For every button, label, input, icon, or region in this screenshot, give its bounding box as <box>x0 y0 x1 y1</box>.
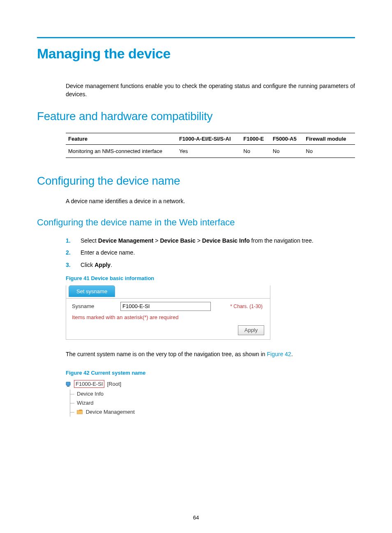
heading-web: Configuring the device name in the Web i… <box>37 217 355 228</box>
config-intro: A device name identifies a device in a n… <box>66 197 355 206</box>
cell-f1000a: Yes <box>177 145 241 158</box>
device-icon <box>66 381 72 387</box>
compat-table: Feature F1000-A-EI/E-SI/S-AI F1000-E F50… <box>66 133 355 158</box>
cell-f5000: No <box>270 145 303 158</box>
col-f1000e: F1000-E <box>241 133 270 145</box>
nav-root-suffix: [Root] <box>107 381 121 387</box>
nav-tree: F1000-E-SI [Root] Device Info Wizard Dev… <box>66 380 152 417</box>
cell-firewall: No <box>303 145 355 158</box>
sysname-panel: Set sysname Sysname * Chars. (1-30) Item… <box>66 285 270 340</box>
sysname-label: Sysname <box>72 303 116 309</box>
heading-compat: Feature and hardware compatibility <box>37 110 355 123</box>
required-note: Items marked with an asterisk(*) are req… <box>66 314 270 324</box>
col-firewall: Firewall module <box>303 133 355 145</box>
svg-rect-0 <box>66 382 70 385</box>
step-1: Select Device Management > Device Basic … <box>66 237 355 245</box>
figure42-caption: Figure 42 Current system name <box>66 370 355 376</box>
nav-root-label: F1000-E-SI <box>74 380 104 388</box>
sysname-hint: * Chars. (1-30) <box>230 304 266 309</box>
sysname-input[interactable] <box>120 302 211 311</box>
cell-feature: Monitoring an NMS-connected interface <box>66 145 177 158</box>
figure42-link[interactable]: Figure 42 <box>267 351 291 357</box>
folder-icon <box>77 409 84 415</box>
page-number: 64 <box>0 514 392 521</box>
nav-item-device-management[interactable]: Device Management <box>70 408 152 417</box>
figure41-caption: Figure 41 Device basic information <box>66 275 355 281</box>
heading-config: Configuring the device name <box>37 174 355 188</box>
table-row: Monitoring an NMS-connected interface Ye… <box>66 145 355 158</box>
page-title: Managing the device <box>37 46 355 62</box>
apply-button[interactable]: Apply <box>238 325 264 335</box>
nav-root[interactable]: F1000-E-SI [Root] <box>66 380 152 388</box>
intro-paragraph: Device management functions enable you t… <box>66 82 355 98</box>
steps-list: Select Device Management > Device Basic … <box>66 237 355 269</box>
svg-rect-2 <box>77 410 83 414</box>
after-fig41: The current system name is on the very t… <box>66 350 355 359</box>
col-f5000: F5000-A5 <box>270 133 303 145</box>
svg-rect-1 <box>67 386 69 387</box>
step-2: Enter a device name. <box>66 249 355 257</box>
col-feature: Feature <box>66 133 177 145</box>
cell-f1000e: No <box>241 145 270 158</box>
tab-set-sysname[interactable]: Set sysname <box>69 285 115 297</box>
col-f1000a: F1000-A-EI/E-SI/S-AI <box>177 133 241 145</box>
table-header-row: Feature F1000-A-EI/E-SI/S-AI F1000-E F50… <box>66 133 355 145</box>
step-3: Click Apply. <box>66 261 355 269</box>
nav-item-device-info[interactable]: Device Info <box>70 389 152 399</box>
nav-item-wizard[interactable]: Wizard <box>70 399 152 408</box>
